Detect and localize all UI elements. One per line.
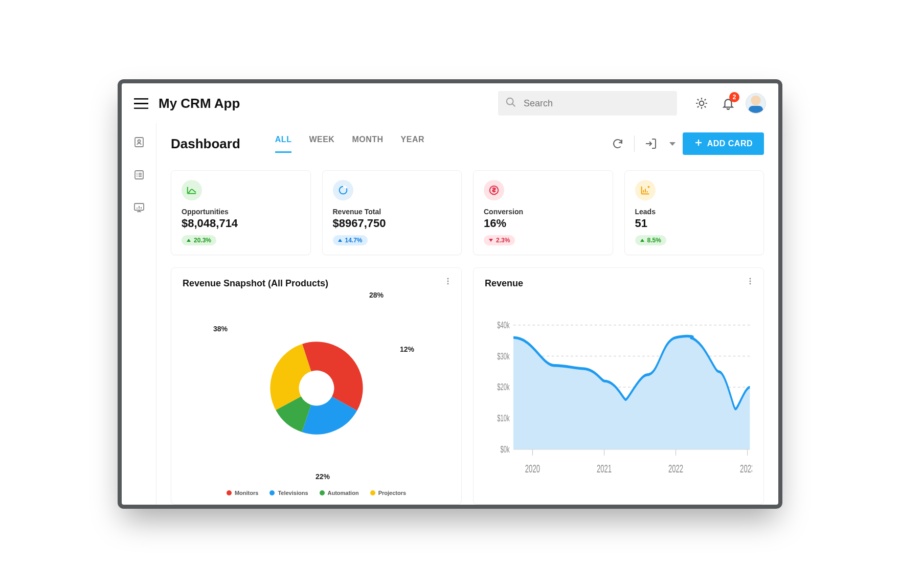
kpi-delta: 14.7% (333, 235, 368, 245)
svg-line-12 (698, 106, 699, 107)
sidebar (122, 123, 156, 505)
svg-line-10 (698, 99, 699, 100)
kpi-label: Leads (635, 208, 754, 216)
svg-text:$20k: $20k (497, 382, 510, 392)
svg-text:2022: 2022 (668, 463, 683, 475)
slice-label-monitors: 38% (213, 325, 228, 333)
sidebar-contacts-icon[interactable] (131, 134, 147, 150)
page-title: Dashboard (171, 136, 240, 152)
notifications-icon[interactable]: 2 (719, 94, 737, 112)
sidebar-list-icon[interactable] (131, 167, 147, 183)
search-input[interactable] (524, 98, 670, 109)
donut-legend: Monitors Televisions Automation Projecto… (183, 490, 450, 496)
svg-point-5 (700, 101, 704, 106)
legend-projectors: Projectors (370, 490, 406, 496)
slice-label-televisions: 22% (316, 472, 330, 481)
kpi-delta: 8.5% (635, 235, 666, 245)
svg-point-51 (750, 281, 751, 282)
kpi-delta: 20.3% (182, 235, 216, 245)
kpi-leads[interactable]: Leads 51 8.5% (624, 170, 764, 255)
kpi-revenue-total[interactable]: Revenue Total $8967,750 14.7% (322, 170, 462, 255)
tab-year[interactable]: YEAR (401, 135, 424, 153)
kpi-value: $8,048,714 (182, 217, 300, 230)
kpi-delta: 2.3% (484, 235, 515, 245)
plus-icon (694, 138, 703, 149)
export-icon[interactable] (642, 134, 660, 153)
revenue-card: Revenue (473, 267, 764, 505)
add-card-button[interactable]: ADD CARD (683, 132, 764, 155)
kpi-value: 51 (635, 217, 754, 230)
top-bar: My CRM App 2 (122, 83, 778, 123)
toolbar-divider (634, 135, 635, 152)
svg-text:2020: 2020 (525, 463, 540, 475)
kpi-opportunities[interactable]: Opportunities $8,048,714 20.3% (171, 170, 311, 255)
svg-point-44 (447, 281, 449, 282)
range-tabs: ALL WEEK MONTH YEAR (275, 135, 424, 153)
svg-point-15 (138, 140, 140, 143)
card-title: Revenue (485, 278, 752, 289)
card-title: Revenue Snapshot (All Products) (183, 278, 450, 289)
revenue-snapshot-card: Revenue Snapshot (All Products) (171, 267, 462, 505)
kpi-value: 16% (484, 217, 602, 230)
theme-toggle-icon[interactable] (692, 94, 711, 112)
card-menu-icon[interactable] (746, 277, 754, 287)
add-card-label: ADD CARD (707, 139, 753, 148)
slice-label-projectors: 28% (369, 291, 384, 299)
svg-text:$10k: $10k (497, 413, 510, 423)
search-box[interactable] (498, 91, 677, 116)
main-content: Dashboard ALL WEEK MONTH YEAR (156, 123, 778, 505)
revenue-chart: $40k $30k $20k $10k $0k (485, 294, 752, 496)
kpi-label: Conversion (484, 208, 602, 216)
kpi-conversion[interactable]: Conversion 16% 2.3% (473, 170, 613, 255)
legend-televisions: Televisions (269, 490, 308, 496)
page-header: Dashboard ALL WEEK MONTH YEAR (171, 132, 764, 155)
revenue-icon (333, 180, 353, 200)
conversion-icon (484, 180, 504, 200)
sidebar-analytics-icon[interactable] (131, 200, 147, 215)
card-menu-icon[interactable] (444, 277, 452, 287)
svg-text:$30k: $30k (497, 351, 510, 361)
svg-point-45 (447, 283, 449, 285)
leads-icon (635, 180, 656, 200)
tab-all[interactable]: ALL (275, 135, 292, 153)
search-icon (505, 97, 524, 110)
svg-line-13 (705, 99, 706, 100)
kpi-label: Revenue Total (333, 208, 452, 216)
svg-text:2021: 2021 (597, 463, 612, 475)
svg-point-3 (507, 98, 513, 105)
kpi-row: Opportunities $8,048,714 20.3% Revenue T… (171, 170, 764, 255)
svg-text:2023: 2023 (740, 463, 752, 475)
tab-month[interactable]: MONTH (352, 135, 383, 153)
svg-line-4 (512, 104, 515, 107)
legend-automation: Automation (320, 490, 359, 496)
kpi-label: Opportunities (182, 208, 300, 216)
export-dropdown-icon[interactable] (669, 142, 676, 146)
tab-week[interactable]: WEEK (309, 135, 334, 153)
svg-point-50 (750, 278, 751, 280)
app-window: My CRM App 2 (118, 79, 782, 509)
notification-badge: 2 (729, 92, 739, 102)
opportunities-icon (182, 180, 202, 200)
svg-point-52 (750, 283, 751, 285)
refresh-icon[interactable] (609, 134, 627, 153)
donut-chart: 38% 22% 12% 28% (183, 289, 450, 487)
charts-row: Revenue Snapshot (All Products) (171, 267, 764, 505)
kpi-value: $8967,750 (333, 217, 452, 230)
app-title: My CRM App (159, 96, 240, 111)
svg-line-11 (705, 106, 706, 107)
slice-label-automation: 12% (400, 345, 414, 353)
svg-text:$0k: $0k (501, 444, 510, 454)
svg-point-43 (447, 278, 449, 280)
svg-text:$40k: $40k (497, 320, 510, 330)
user-avatar[interactable] (746, 93, 766, 114)
legend-monitors: Monitors (227, 490, 258, 496)
menu-icon[interactable] (134, 98, 148, 108)
